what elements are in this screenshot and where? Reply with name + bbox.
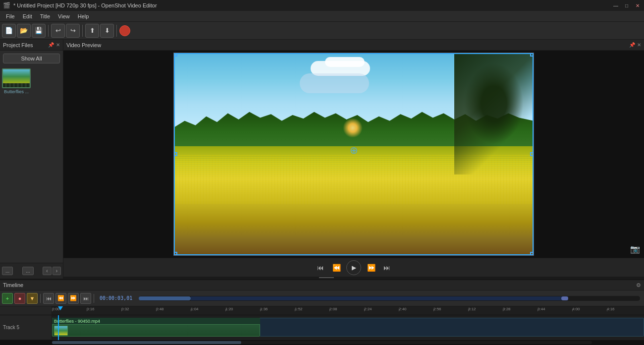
timeline-section: Timeline ⚙ + ● ▼ ⏮ ⏪ ⏩ ⏭ 00:00:03,01 — [0, 279, 644, 345]
nav-btn-dots1[interactable]: ... — [2, 267, 13, 275]
scroll-position — [139, 296, 191, 300]
clip-block[interactable]: Butterflies - 90450.mp4 — [52, 318, 260, 337]
nav-btn-dots2[interactable]: ... — [22, 267, 33, 275]
add-track-button[interactable]: + — [2, 293, 13, 304]
clip-thumbnail — [54, 326, 68, 336]
menu-file[interactable]: File — [2, 11, 19, 22]
scroll-end-marker — [561, 296, 568, 300]
video-frame: ⊕ — [173, 53, 534, 256]
tick-16: 4:16 — [607, 306, 615, 311]
menubar: File Edit Title View Help — [0, 11, 644, 22]
jump-to-end-button[interactable]: ⏭ — [381, 262, 393, 274]
toolbar-separator-2 — [82, 25, 83, 37]
rewind-button[interactable]: ⏪ — [330, 262, 342, 274]
sunburst — [343, 118, 363, 138]
top-area: Project Files 📌 ✕ Show All — [0, 40, 644, 279]
play-button[interactable]: ▶ — [346, 260, 361, 275]
clip-progress — [260, 318, 644, 337]
menu-help[interactable]: Help — [74, 11, 93, 22]
tick-6: 1:36 — [260, 306, 268, 311]
handle-top-left[interactable] — [174, 53, 177, 57]
clip-name: Butterflies - 90450.mp4 — [54, 319, 100, 324]
playhead-line — [58, 315, 59, 340]
project-files-title: Project Files — [3, 42, 33, 48]
next-frame-button[interactable]: ⏩ — [68, 293, 79, 304]
snapshot-button[interactable]: 📷 — [630, 244, 640, 254]
prev-frame-button[interactable]: ⏪ — [55, 293, 66, 304]
toolbar-separator-3 — [116, 25, 117, 37]
tick-2: 0:32 — [121, 306, 129, 311]
handle-bottom-left[interactable] — [174, 252, 177, 255]
timeline-settings-icon[interactable]: ⚙ — [636, 282, 641, 288]
left-panel: Project Files 📌 ✕ Show All — [0, 40, 63, 279]
track-area[interactable]: Butterflies - 90450.mp4 — [52, 315, 644, 340]
timeline-scrollbar[interactable] — [139, 296, 640, 301]
undo-button[interactable]: ↩ — [51, 24, 65, 38]
tick-3: 0:48 — [156, 306, 164, 311]
redo-button[interactable]: ↪ — [66, 24, 80, 38]
tree-branch — [464, 63, 524, 144]
import-button[interactable]: ⬆ — [85, 24, 99, 38]
jump-to-start-button[interactable]: ⏮ — [315, 262, 326, 274]
toolbar: 📄 📂 💾 ↩ ↪ ⬆ ⬇ — [0, 22, 644, 40]
scrollbar-track — [52, 341, 592, 344]
handle-top-right[interactable] — [530, 53, 534, 57]
show-all-button[interactable]: Show All — [3, 54, 60, 63]
timeline-toolbar: + ● ▼ ⏮ ⏪ ⏩ ⏭ 00:00:03,01 — [0, 290, 644, 306]
timeline-bottom-scrollbar[interactable] — [0, 340, 644, 345]
maximize-button[interactable]: □ — [623, 2, 630, 9]
track-5-label: Track 5 — [0, 315, 52, 340]
minimize-button[interactable]: — — [612, 2, 619, 9]
handle-bottom-right[interactable] — [530, 252, 534, 255]
tick-12: 3:12 — [468, 306, 476, 311]
menu-view[interactable]: View — [54, 11, 74, 22]
window-title: * Untitled Project [HD 720p 30 fps] - Op… — [13, 2, 157, 8]
track-labels: Track 5 — [0, 315, 52, 340]
handle-mid-left[interactable] — [174, 152, 177, 156]
jump-end-button[interactable]: ⏭ — [80, 293, 91, 304]
toolbar-separator-1 — [48, 25, 49, 37]
content-area: Project Files 📌 ✕ Show All — [0, 40, 644, 345]
window-controls: — □ ✕ — [612, 2, 641, 9]
track-5-name: Track 5 — [3, 325, 19, 330]
nav-btn-next[interactable]: › — [53, 267, 61, 275]
export-button[interactable]: ⬇ — [100, 24, 114, 38]
files-grid: Butterflies ... — [0, 66, 63, 96]
remove-track-button[interactable]: ● — [14, 293, 25, 304]
fast-forward-button[interactable]: ⏩ — [365, 262, 377, 274]
record-button[interactable] — [119, 25, 130, 36]
project-files-header: Project Files 📌 ✕ — [0, 40, 63, 51]
close-button[interactable]: ✕ — [634, 2, 641, 9]
nav-btn-prev[interactable]: ‹ — [43, 267, 51, 275]
transition-button[interactable]: ▼ — [27, 293, 38, 304]
preview-close-icon[interactable]: ✕ — [637, 42, 641, 48]
save-button[interactable]: 💾 — [32, 24, 46, 38]
menu-edit[interactable]: Edit — [19, 11, 36, 22]
preview-pin-icon[interactable]: 📌 — [629, 42, 635, 48]
ruler-spacer — [0, 306, 52, 315]
jump-start-button[interactable]: ⏮ — [43, 293, 54, 304]
video-area[interactable]: ⊕ 📷 — [63, 51, 644, 258]
file-thumbnail — [2, 68, 31, 88]
panel-pin-icon[interactable]: 📌 — [48, 42, 54, 48]
tick-5: 1:20 — [225, 306, 233, 311]
new-button[interactable]: 📄 — [2, 24, 16, 38]
progress-indicator — [319, 277, 334, 278]
timeline-ruler: 0:00 0:16 0:32 0:48 1:04 1:20 1:36 1:52 … — [52, 306, 644, 315]
handle-mid-right[interactable] — [530, 152, 534, 156]
scrollbar-thumb[interactable] — [52, 341, 241, 344]
open-button[interactable]: 📂 — [17, 24, 31, 38]
timeline-separator-1 — [40, 294, 41, 303]
tick-4: 1:04 — [191, 306, 199, 311]
file-item[interactable]: Butterflies ... — [2, 68, 31, 94]
video-content: ⊕ — [174, 53, 534, 255]
timeline-title: Timeline — [3, 282, 23, 288]
tick-8: 2:08 — [329, 306, 337, 311]
tick-7: 1:52 — [295, 306, 303, 311]
panel-close-icon[interactable]: ✕ — [56, 42, 60, 48]
titlebar: 🎬 * Untitled Project [HD 720p 30 fps] - … — [0, 0, 644, 11]
tick-11: 2:56 — [433, 306, 441, 311]
preview-header: Video Preview 📌 ✕ — [63, 40, 644, 51]
menu-title[interactable]: Title — [36, 11, 54, 22]
tick-14: 3:44 — [537, 306, 545, 311]
